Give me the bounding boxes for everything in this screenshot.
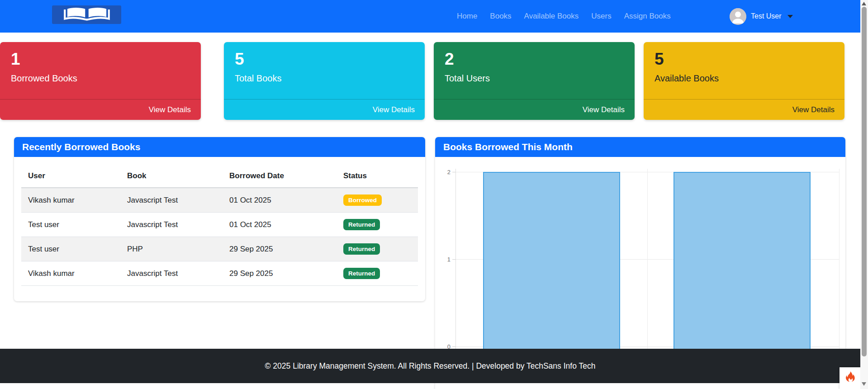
chevron-down-icon xyxy=(787,15,793,18)
stat-label: Borrowed Books xyxy=(0,70,201,84)
status-badge: Returned xyxy=(343,243,380,255)
nav-link-available-books[interactable]: Available Books xyxy=(518,12,585,21)
cell-book: PHP xyxy=(120,237,223,261)
table-row: Test user Javascript Test 01 Oct 2025 Re… xyxy=(21,213,418,237)
cell-book: Javascript Test xyxy=(120,188,223,213)
cell-date: 01 Oct 2025 xyxy=(223,213,337,237)
column-header-borrowed-date: Borrowed Date xyxy=(223,166,337,188)
main-navigation: Home Books Available Books Users Assign … xyxy=(451,0,677,33)
stat-card-available-books: 5 Available Books View Details xyxy=(644,42,844,120)
chart-bar-0 xyxy=(483,172,620,349)
stat-card-borrowed-books: 1 Borrowed Books View Details xyxy=(0,42,201,120)
y-tick xyxy=(452,259,455,260)
panel-title: Recently Borrowed Books xyxy=(14,137,425,157)
table-row: Test user PHP 29 Sep 2025 Returned xyxy=(21,237,418,261)
y-tick-label: 0 xyxy=(435,343,451,349)
nav-link-assign-books[interactable]: Assign Books xyxy=(618,12,677,21)
nav-link-users[interactable]: Users xyxy=(585,12,617,21)
stat-value: 5 xyxy=(224,42,425,70)
copyright-text: © 2025 Library Management System. All Ri… xyxy=(265,361,596,371)
y-tick-label: 2 xyxy=(435,169,451,176)
y-axis-line xyxy=(455,169,456,349)
page-footer: © 2025 Library Management System. All Ri… xyxy=(0,349,860,383)
table-row: Vikash kumar Javascript Test 29 Sep 2025… xyxy=(21,261,418,286)
stat-card-total-users: 2 Total Users View Details xyxy=(434,42,635,120)
table-row: Vikash kumar Javascript Test 01 Oct 2025… xyxy=(21,188,418,213)
scroll-down-arrow-icon[interactable] xyxy=(862,382,866,386)
table-header-row: User Book Borrowed Date Status xyxy=(21,166,418,188)
status-badge: Borrowed xyxy=(343,194,382,206)
stat-label: Total Users xyxy=(434,70,635,84)
recently-borrowed-panel: Recently Borrowed Books User Book Borrow… xyxy=(14,137,425,301)
user-avatar-icon xyxy=(730,8,746,25)
vertical-scrollbar[interactable] xyxy=(860,0,868,389)
status-badge: Returned xyxy=(343,219,380,230)
view-details-link[interactable]: View Details xyxy=(373,105,415,114)
scroll-up-arrow-icon[interactable] xyxy=(862,2,866,5)
cell-date: 29 Sep 2025 xyxy=(223,261,337,286)
top-navbar: Home Books Available Books Users Assign … xyxy=(0,0,860,33)
cell-user: Vikash kumar xyxy=(21,188,120,213)
recent-borrows-table: User Book Borrowed Date Status Vikash ku… xyxy=(21,166,418,286)
debug-toolbar-button[interactable] xyxy=(840,367,860,389)
view-details-link[interactable]: View Details xyxy=(583,105,625,114)
y-tick xyxy=(452,346,455,347)
bar-chart: 2 1 0 xyxy=(435,157,845,349)
stat-card-footer: View Details xyxy=(0,99,201,120)
stat-value: 5 xyxy=(644,42,844,70)
stat-label: Total Books xyxy=(224,70,425,84)
cell-user: Test user xyxy=(21,237,120,261)
stat-value: 1 xyxy=(0,42,201,70)
cell-user: Test user xyxy=(21,213,120,237)
stat-card-footer: View Details xyxy=(434,99,635,120)
gridline xyxy=(839,169,840,349)
stat-card-footer: View Details xyxy=(644,99,844,120)
user-name-label: Test User xyxy=(751,12,782,20)
chart-bar-1 xyxy=(674,172,811,349)
view-details-link[interactable]: View Details xyxy=(149,105,191,114)
cell-date: 29 Sep 2025 xyxy=(223,237,337,261)
column-header-book: Book xyxy=(120,166,223,188)
user-dropdown[interactable]: Test User xyxy=(730,8,793,25)
cell-user: Vikash kumar xyxy=(21,261,120,286)
stat-card-total-books: 5 Total Books View Details xyxy=(224,42,425,120)
stat-card-footer: View Details xyxy=(224,99,425,120)
stat-value: 2 xyxy=(434,42,635,70)
view-details-link[interactable]: View Details xyxy=(792,105,835,114)
cell-book: Javascript Test xyxy=(120,213,223,237)
brand-logo[interactable] xyxy=(52,5,121,24)
y-tick xyxy=(452,172,455,172)
cell-date: 01 Oct 2025 xyxy=(223,188,337,213)
cell-book: Javascript Test xyxy=(120,261,223,286)
nav-link-home[interactable]: Home xyxy=(451,12,484,21)
flame-icon xyxy=(845,371,855,385)
panel-title: Books Borrowed This Month xyxy=(435,137,845,157)
column-header-status: Status xyxy=(337,166,418,188)
stat-label: Available Books xyxy=(644,70,844,84)
gridline xyxy=(647,169,648,349)
y-tick-label: 1 xyxy=(435,256,451,263)
status-badge: Returned xyxy=(343,268,380,279)
column-header-user: User xyxy=(21,166,120,188)
open-book-icon xyxy=(60,7,114,23)
nav-link-books[interactable]: Books xyxy=(484,12,517,21)
scrollbar-thumb[interactable] xyxy=(862,7,867,356)
library-dashboard-page: Home Books Available Books Users Assign … xyxy=(0,0,868,389)
